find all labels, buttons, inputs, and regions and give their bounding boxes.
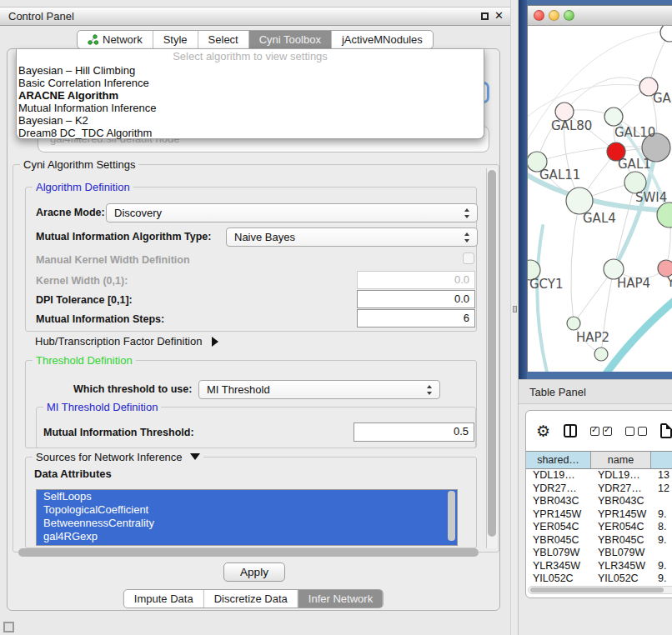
table-cell: YBR045C bbox=[591, 534, 651, 548]
tab-network[interactable]: Network bbox=[78, 31, 153, 48]
tab-jactivemnodules[interactable]: jActiveMNodules bbox=[331, 31, 433, 48]
settings-hscrollbar-thumb[interactable] bbox=[18, 548, 479, 557]
algorithm-option-basic-correlation-inference[interactable]: Basic Correlation Inference bbox=[17, 77, 484, 89]
manual-kernel-checkbox[interactable] bbox=[463, 252, 474, 264]
tab-label: Style bbox=[163, 33, 188, 46]
node-label-gal11: GAL11 bbox=[539, 168, 580, 182]
mi-steps-field[interactable]: 6 bbox=[357, 309, 475, 328]
control-panel-tabs: NetworkStyleSelectCyni ToolboxjActiveMNo… bbox=[77, 30, 434, 49]
attribute-item-betweennesscentrality[interactable]: BetweennessCentrality bbox=[37, 517, 457, 530]
tab-label: jActiveMNodules bbox=[342, 33, 423, 46]
network-node[interactable] bbox=[660, 26, 672, 42]
attribute-item-topologicalcoefficient[interactable]: TopologicalCoefficient bbox=[37, 503, 457, 517]
unchecked-box-icon bbox=[625, 427, 634, 436]
column-header-a[interactable]: A bbox=[651, 451, 672, 469]
algorithm-option-aracne-algorithm[interactable]: ARACNE Algorithm bbox=[17, 89, 484, 102]
table-row[interactable]: YLR345WYLR345W9. bbox=[526, 560, 672, 573]
tab-cyni-toolbox[interactable]: Cyni Toolbox bbox=[248, 31, 331, 48]
spinner-arrows-icon bbox=[464, 232, 471, 242]
hub-section-toggle[interactable]: Hub/Transcription Factor Definition bbox=[35, 335, 218, 348]
table-row[interactable]: YER054CYER054C8. bbox=[526, 521, 672, 534]
mi-algorithm-type-combo[interactable]: Naive Bayes bbox=[226, 228, 478, 247]
mi-threshold-field[interactable]: 0.5 bbox=[354, 422, 474, 442]
table-cell: YIL052C bbox=[591, 572, 651, 582]
attribute-item-selfloops[interactable]: SelfLoops bbox=[37, 490, 457, 503]
settings-scrollbar-thumb[interactable] bbox=[488, 170, 496, 537]
splitter-handle-icon[interactable] bbox=[513, 306, 517, 312]
gear-icon[interactable]: ⚙ bbox=[536, 423, 550, 439]
aracne-mode-label: Aracne Mode: bbox=[36, 207, 105, 218]
algorithm-option-bayesian-k2[interactable]: Bayesian – K2 bbox=[17, 114, 484, 127]
mi-threshold-definition-title: MI Threshold Definition bbox=[43, 401, 161, 413]
table-hscrollbar-track[interactable] bbox=[528, 586, 672, 594]
network-edge bbox=[571, 201, 579, 323]
zoom-traffic-light[interactable] bbox=[564, 10, 574, 21]
table-row[interactable]: YBR045CYBR045C9. bbox=[526, 534, 672, 548]
table-row[interactable]: YBL079WYBL079W bbox=[526, 547, 672, 560]
network-view-window: GALGAL80GAL10GAL1GAL11SWI4GAL4GCY1HAP4YH… bbox=[527, 5, 672, 372]
table-row[interactable]: YIL052CYIL052C9. bbox=[526, 572, 672, 582]
close-icon[interactable]: ✕ bbox=[494, 9, 504, 22]
checked-box-icon bbox=[603, 427, 612, 436]
tab-select[interactable]: Select bbox=[198, 31, 248, 48]
node-label-gal80: GAL80 bbox=[551, 118, 592, 133]
algorithm-option-bayesian-hill-climbing[interactable]: Bayesian – Hill Climbing bbox=[17, 64, 484, 77]
network-node[interactable] bbox=[604, 108, 623, 126]
node-label-hap4: HAP4 bbox=[617, 276, 650, 291]
table-cell: YBR045C bbox=[526, 534, 591, 548]
table-hscrollbar-thumb[interactable] bbox=[530, 588, 664, 592]
network-node[interactable] bbox=[657, 202, 672, 228]
column-header-shared[interactable]: shared… bbox=[526, 451, 591, 469]
column-header-name[interactable]: name bbox=[591, 451, 651, 469]
close-traffic-light[interactable] bbox=[534, 10, 544, 21]
deselect-all-icon[interactable] bbox=[625, 427, 647, 436]
network-icon bbox=[88, 34, 98, 45]
data-attributes-list[interactable]: SelfLoopsTopologicalCoefficientBetweenne… bbox=[36, 489, 458, 546]
spinner-arrows-icon bbox=[426, 385, 434, 395]
which-threshold-combo[interactable]: MI Threshold bbox=[198, 380, 440, 399]
mi-threshold-definition-group: MI Threshold Definition Mutual Informati… bbox=[36, 407, 476, 448]
table-row[interactable]: YBR043CYBR043C bbox=[526, 495, 672, 508]
settings-scrollbar-track[interactable] bbox=[486, 168, 497, 548]
tab-infer-network[interactable]: Infer Network bbox=[298, 590, 383, 608]
tab-style[interactable]: Style bbox=[153, 31, 198, 48]
network-node[interactable] bbox=[658, 260, 672, 277]
network-node[interactable] bbox=[567, 317, 580, 330]
network-node[interactable] bbox=[594, 348, 608, 361]
expanded-arrow-icon bbox=[190, 453, 200, 460]
kernel-width-field[interactable]: 0.0 bbox=[357, 271, 475, 289]
column-layout-icon[interactable] bbox=[564, 424, 577, 438]
table-panel-title: Table Panel bbox=[529, 380, 586, 404]
attribute-item-gal4rgexp[interactable]: gal4RGexp bbox=[37, 530, 457, 543]
algorithm-definition-title: Algorithm Definition bbox=[33, 181, 133, 193]
minimize-traffic-light[interactable] bbox=[549, 10, 559, 21]
table-cell: YIL052C bbox=[526, 572, 591, 582]
dpi-tolerance-field[interactable]: 0.0 bbox=[357, 290, 475, 308]
table-cell: YPR145W bbox=[591, 508, 651, 522]
network-canvas[interactable]: GALGAL80GAL10GAL1GAL11SWI4GAL4GCY1HAP4YH… bbox=[528, 26, 672, 372]
tab-discretize-data[interactable]: Discretize Data bbox=[203, 590, 298, 608]
attributes-scrollbar-thumb[interactable] bbox=[448, 491, 455, 541]
algorithm-option-dream8-dc-tdc-algorithm[interactable]: Dream8 DC_TDC Algorithm bbox=[17, 127, 484, 139]
collapse-panel-button[interactable] bbox=[3, 622, 14, 632]
table-rows: YDL19…YDL19…13YDR27…YDR27…12YBR043CYBR04… bbox=[526, 469, 672, 582]
aracne-mode-combo[interactable]: Discovery bbox=[106, 203, 478, 222]
panel-splitter[interactable] bbox=[510, 0, 519, 635]
table-row[interactable]: YDR27…YDR27…12 bbox=[526, 482, 672, 496]
algorithm-dropdown-list: Bayesian – Hill ClimbingBasic Correlatio… bbox=[17, 64, 484, 139]
table-row[interactable]: YPR145WYPR145W9. bbox=[526, 508, 672, 522]
sources-group-title[interactable]: Sources for Network Inference bbox=[33, 451, 203, 463]
tab-impute-data[interactable]: Impute Data bbox=[124, 590, 203, 608]
table-cell: YBL079W bbox=[591, 547, 651, 560]
table-cell: 9. bbox=[651, 560, 672, 573]
apply-button[interactable]: Apply bbox=[223, 562, 285, 582]
table-cell: 12 bbox=[651, 482, 672, 496]
document-icon[interactable] bbox=[660, 423, 672, 438]
aracne-mode-value: Discovery bbox=[114, 207, 162, 219]
float-window-icon[interactable] bbox=[481, 12, 489, 20]
table-cell: YBR043C bbox=[526, 495, 591, 508]
table-row[interactable]: YDL19…YDL19…13 bbox=[526, 469, 672, 482]
select-all-icon[interactable] bbox=[590, 427, 612, 436]
algorithm-option-mutual-information-inference[interactable]: Mutual Information Inference bbox=[17, 102, 484, 114]
network-window-titlebar[interactable] bbox=[528, 6, 672, 26]
